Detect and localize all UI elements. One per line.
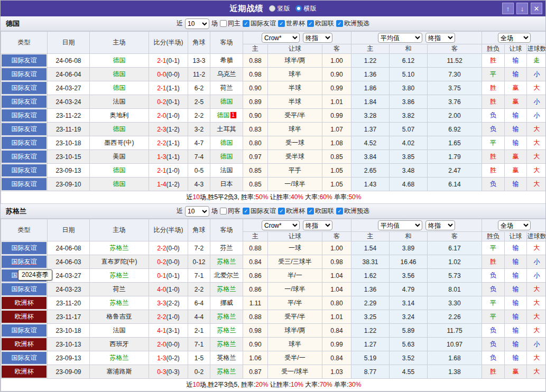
home-team: 法国 — [90, 324, 149, 338]
checkbox-checked-icon[interactable]: ✓ — [243, 20, 249, 27]
avg-draw: 3.82 — [390, 109, 428, 123]
avg-home: 8.77 — [351, 365, 390, 379]
sub-column-header: 让球 — [268, 44, 322, 54]
team-section: 苏格兰近10场同客✓国际友谊✓欧洲杯✓欧国联✓欧洲预选类型日期主场比分(半场)角… — [1, 204, 545, 391]
scope-select[interactable]: 全场 — [498, 33, 531, 43]
score-cell: 2-1(1-0) — [149, 164, 188, 178]
league-filter[interactable]: ✓欧国联 — [307, 207, 334, 216]
league-filter[interactable]: ✓国际友谊 — [243, 207, 276, 216]
handicap-line: 半球 — [268, 95, 322, 109]
checkbox-checked-icon[interactable]: ✓ — [307, 208, 314, 214]
match-type-link[interactable]: 国际友谊 — [2, 352, 47, 364]
checkbox-checked-icon[interactable]: ✓ — [278, 208, 285, 214]
summary-segment: 单率: — [332, 193, 349, 201]
halftime-score: (1-2) — [166, 181, 180, 188]
titlebar-center: 近期战绩 竖版 横版 — [1, 4, 545, 14]
match-date: 24-06-08 — [48, 54, 90, 68]
odds-company-select[interactable]: Crow* — [262, 33, 300, 43]
match-type-link[interactable]: 国际友谊 — [2, 82, 47, 94]
checkbox-unchecked-icon[interactable] — [220, 20, 227, 27]
move-down-button[interactable]: ↓ — [516, 3, 528, 14]
result-goals: 大 — [527, 150, 546, 164]
result-handicap: 赢 — [505, 365, 527, 379]
result-handicap: 输 — [505, 310, 527, 324]
sub-column-header: 和 — [390, 232, 428, 241]
fulltime-score: 0-0 — [157, 71, 166, 78]
checkbox-checked-icon[interactable]: ✓ — [336, 208, 343, 214]
match-type-link[interactable]: 国际友谊 — [2, 151, 47, 163]
match-type-cell: 欧洲杯 — [1, 296, 48, 310]
recent-label: 近 — [177, 19, 183, 28]
avg-away: 6.92 — [428, 123, 482, 136]
average-final-select[interactable]: 终指 — [425, 220, 455, 230]
close-button[interactable]: ✕ — [531, 3, 542, 14]
league-filter[interactable]: ✓欧洲预选 — [336, 207, 369, 216]
odds-final-select[interactable]: 终指 — [303, 33, 332, 43]
fulltime-score: 2-1 — [157, 85, 166, 92]
match-type-link[interactable]: 国际友谊 — [2, 96, 47, 108]
recent-count-select[interactable]: 10 — [185, 18, 209, 29]
odds-header-cell: Crow*终指 — [243, 219, 351, 232]
league-filter[interactable]: ✓欧洲预选 — [336, 19, 369, 28]
handicap-line: 球半/两 — [268, 324, 322, 338]
league-filter[interactable]: ✓欧国联 — [307, 19, 334, 28]
match-type-link[interactable]: 国际友谊 — [2, 164, 47, 176]
average-final-select[interactable]: 终指 — [425, 33, 455, 43]
score-cell: 3-3(2-2) — [149, 296, 188, 310]
match-type-link[interactable]: 欧洲杯 — [2, 366, 47, 378]
result-winloss: 胜 — [482, 150, 505, 164]
match-row: 国际友谊23-09-13苏格兰1-3(0-2)1-5英格兰1.06受半/一0.8… — [1, 351, 546, 365]
avg-home: 1.62 — [351, 269, 390, 283]
match-type-link[interactable]: 国际友谊 — [2, 109, 47, 122]
match-type-link[interactable]: 国际友谊 — [2, 324, 47, 337]
checkbox-checked-icon[interactable]: ✓ — [243, 208, 249, 214]
league-filter[interactable]: ✓国际友谊 — [243, 19, 276, 28]
layout-radio-vertical[interactable]: 竖版 — [269, 4, 290, 13]
sub-column-header: 让球 — [268, 232, 322, 241]
average-select[interactable]: 平均值 — [378, 220, 422, 230]
scope-select[interactable]: 全场 — [498, 220, 531, 230]
average-select[interactable]: 平均值 — [378, 33, 422, 43]
match-type-link[interactable]: 国际友谊 — [2, 123, 47, 135]
match-date: 24-06-08 — [48, 241, 90, 255]
layout-radio-horizontal[interactable]: 横版 — [295, 4, 317, 13]
odds-final-select[interactable]: 终指 — [303, 220, 332, 230]
checkbox-checked-icon[interactable]: ✓ — [307, 20, 314, 27]
match-type-link[interactable]: 国际友谊 — [2, 68, 47, 80]
avg-draw: 6.12 — [390, 54, 428, 68]
summary-segment: 场,胜2平3负5, 胜率: — [200, 381, 255, 388]
odds-home: 0.89 — [243, 95, 268, 109]
match-type-link[interactable]: 国际友谊 — [2, 283, 47, 295]
checkbox-checked-icon[interactable]: ✓ — [278, 20, 285, 27]
venue-filter[interactable]: 同主 — [220, 19, 240, 28]
checkbox-checked-icon[interactable]: ✓ — [336, 20, 343, 27]
match-type-link[interactable]: 国际友谊 — [2, 256, 47, 268]
score-cell: 2-1(1-1) — [149, 81, 188, 95]
score-cell: 0-1(0-1) — [149, 269, 188, 283]
match-type-link[interactable]: 国际友谊 — [2, 137, 47, 149]
result-winloss: 负 — [482, 351, 505, 365]
avg-draw: 4.55 — [390, 365, 428, 379]
match-type-link[interactable]: 国际友谊 — [2, 54, 47, 67]
recent-count-select[interactable]: 10 — [185, 206, 209, 217]
match-type-cell: 国际友谊 — [1, 123, 48, 136]
league-filter-label: 欧国联 — [315, 19, 334, 28]
match-type-link[interactable]: 欧洲杯 — [2, 311, 47, 323]
checkbox-unchecked-icon[interactable] — [220, 208, 227, 214]
sub-column-header: 主 — [243, 44, 268, 54]
radio-unselected-icon — [269, 5, 275, 12]
match-type-link[interactable]: 国际友谊 — [2, 178, 47, 190]
handicap-line: 球半 — [268, 338, 322, 351]
match-type-link[interactable]: 国际友谊 — [2, 242, 47, 254]
venue-filter[interactable]: 同客 — [220, 207, 240, 216]
avg-draw: 16.46 — [390, 255, 428, 269]
fulltime-score: 4-1 — [157, 327, 166, 334]
odds-company-select[interactable]: Crow* — [262, 220, 300, 230]
league-filter[interactable]: ✓欧洲杯 — [278, 207, 305, 216]
match-type-link[interactable]: 欧洲杯 — [2, 338, 47, 350]
match-type-link[interactable]: 欧洲杯 — [2, 297, 47, 309]
result-winloss: 平 — [482, 68, 505, 81]
league-filter[interactable]: ✓世界杯 — [278, 19, 305, 28]
move-up-button[interactable]: ↑ — [502, 3, 514, 14]
handicap-line: 受平/半 — [268, 310, 322, 324]
